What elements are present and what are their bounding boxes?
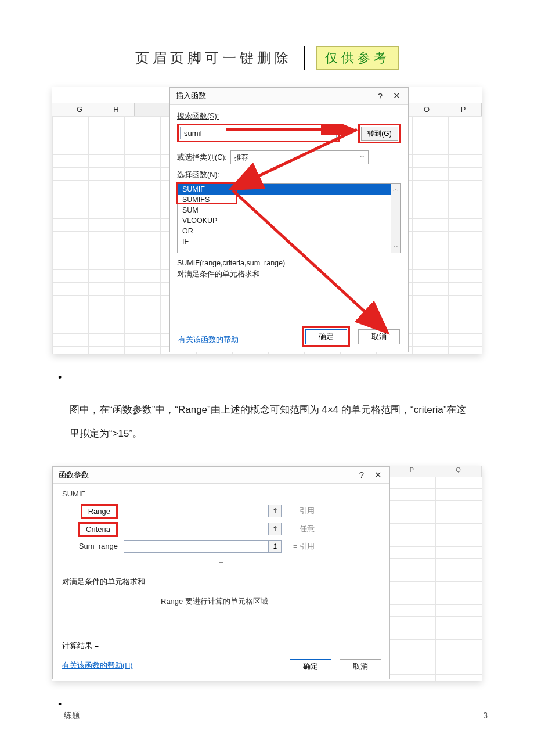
collapse-dialog-icon[interactable]: ↥ [269, 540, 282, 553]
search-function-label: 搜索函数(S): [177, 111, 401, 121]
col-p[interactable]: P [445, 103, 482, 116]
scrollbar[interactable]: ︿ ﹀ [391, 184, 400, 253]
category-select[interactable]: 推荐 ﹀ [230, 150, 369, 164]
list-item[interactable]: SUMIF [178, 184, 400, 195]
list-item[interactable]: SUM [178, 205, 400, 215]
col-q[interactable]: Q [435, 466, 482, 477]
function-arguments-dialog: 函数参数 ? ✕ SUMIF Range ↥ = 引用 [52, 466, 390, 679]
sheet-column-headers: P Q [389, 466, 482, 477]
list-item[interactable]: OR [178, 226, 400, 236]
search-input[interactable] [180, 127, 337, 139]
go-button[interactable]: 转到(G) [361, 127, 398, 141]
ok-button-highlight: 确定 [302, 326, 350, 347]
list-item[interactable]: SUMIFS [178, 195, 400, 205]
chevron-down-icon[interactable]: ﹀ [393, 243, 399, 251]
sumrange-eq: = 引用 [293, 541, 315, 552]
range-input[interactable] [124, 505, 269, 517]
chevron-down-icon: ﹀ [356, 151, 368, 164]
sum-range-input[interactable] [124, 540, 269, 553]
function-signature: SUMIF(range,criteria,sum_range) [177, 259, 401, 267]
page-footer: 练题 3 [64, 711, 488, 721]
dialog-title: 函数参数 [59, 470, 353, 480]
go-button-highlight: 转到(G) [358, 124, 401, 143]
param-sumrange-row: Sum_range ↥ = 引用 [62, 540, 380, 553]
function-listbox[interactable]: SUMIF SUMIFS SUM VLOOKUP OR IF ︿ ﹀ [177, 183, 401, 253]
page-title: 页眉页脚可一键删除 [135, 46, 292, 70]
col-o[interactable]: O [409, 103, 445, 116]
result-placeholder-eq: = [62, 559, 380, 567]
header-divider [304, 46, 305, 70]
category-value: 推荐 [234, 153, 248, 161]
col-p[interactable]: P [389, 466, 435, 477]
body-text: 图中，在“函数参数”中，“Range”由上述的概念可知范围为 4×4 的单元格范… [70, 398, 473, 446]
bullet: • [58, 699, 493, 711]
figure-function-arguments: P Q 函数参数 ? ✕ SUMIF Range ↥ [52, 466, 482, 681]
close-icon[interactable]: ✕ [388, 91, 405, 101]
function-description: 对满足条件的单元格求和 [177, 269, 401, 279]
close-icon[interactable]: ✕ [370, 470, 386, 480]
sheet-grid [389, 477, 482, 681]
result-label: 计算结果 = [62, 640, 99, 651]
chevron-up-icon[interactable]: ︿ [393, 185, 399, 193]
document-header: 页眉页脚可一键删除 仅供参考 [41, 46, 493, 70]
param-criteria-row: Criteria ↥ = 任意 [62, 522, 380, 537]
param-range-row: Range ↥ = 引用 [62, 504, 380, 519]
dialog-title: 插入函数 [176, 91, 372, 101]
criteria-input[interactable] [124, 523, 269, 535]
ok-button[interactable]: 确定 [305, 329, 347, 344]
help-icon[interactable]: ? [353, 470, 370, 480]
list-item[interactable]: IF [178, 236, 400, 247]
criteria-eq: = 任意 [293, 524, 315, 534]
function-description: 对满足条件的单元格求和 [62, 577, 380, 587]
page-number: 3 [483, 711, 488, 721]
help-link[interactable]: 有关该函数的帮助(H) [62, 661, 132, 671]
reference-only-badge: 仅供参考 [316, 46, 399, 70]
param-label-criteria: Criteria [78, 522, 118, 537]
category-label: 或选择类别(C): [177, 153, 227, 163]
col-g[interactable]: G [62, 103, 98, 116]
ok-button[interactable]: 确定 [290, 659, 331, 674]
collapse-dialog-icon[interactable]: ↥ [269, 505, 282, 517]
cancel-button[interactable]: 取消 [358, 329, 400, 344]
figure-insert-function: G H O P 插入函数 ? ✕ 搜索函数(S): [52, 87, 482, 354]
cancel-button[interactable]: 取消 [340, 659, 381, 674]
footer-left: 练题 [64, 711, 80, 721]
dialog-titlebar: 函数参数 ? ✕ [53, 467, 389, 484]
function-name: SUMIF [62, 489, 380, 498]
collapse-dialog-icon[interactable]: ↥ [269, 523, 282, 535]
dialog-titlebar: 插入函数 ? ✕ [170, 88, 408, 105]
param-label-sumrange: Sum_range [79, 542, 118, 550]
insert-function-dialog: 插入函数 ? ✕ 搜索函数(S): 转到(G) 或选择类别(C): [169, 87, 409, 352]
bullet: • [58, 372, 493, 384]
select-function-label: 选择函数(N): [177, 170, 401, 180]
range-eq: = 引用 [293, 506, 315, 516]
col-h[interactable]: H [98, 103, 135, 116]
param-hint: Range 要进行计算的单元格区域 [161, 596, 380, 607]
help-link[interactable]: 有关该函数的帮助 [178, 335, 239, 345]
list-item[interactable]: VLOOKUP [178, 215, 400, 226]
param-label-range: Range [81, 504, 118, 519]
help-icon[interactable]: ? [372, 91, 388, 101]
search-highlight [177, 124, 340, 142]
